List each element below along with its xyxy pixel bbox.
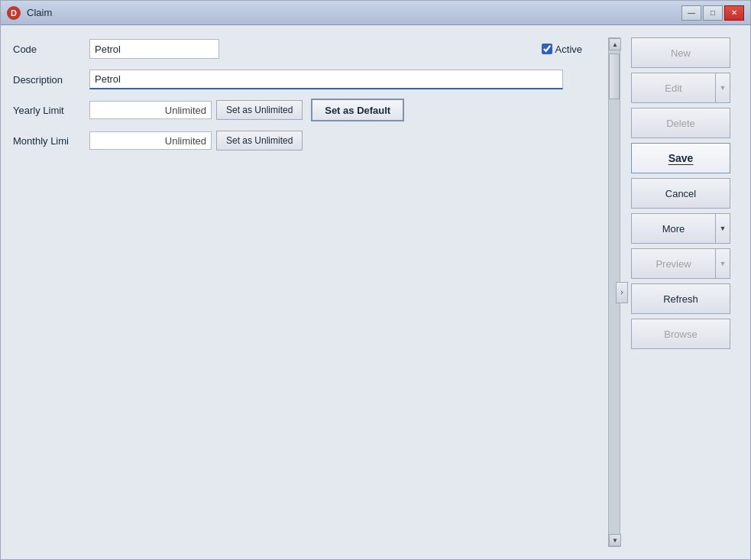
edit-split-button: Edit ▼ — [631, 73, 730, 103]
active-section: Active — [542, 44, 597, 55]
more-split-button: More ▼ — [631, 213, 730, 244]
set-unlimited-yearly-button[interactable]: Set as Unlimited — [216, 100, 303, 120]
new-button[interactable]: New — [631, 37, 730, 68]
main-window: D Claim — □ ✕ Code Active — [0, 0, 751, 560]
more-button[interactable]: More — [631, 213, 715, 244]
monthly-limit-value: Unlimited — [89, 131, 212, 150]
code-input[interactable] — [89, 39, 219, 59]
close-button[interactable]: ✕ — [724, 5, 744, 21]
set-unlimited-monthly-button[interactable]: Set as Unlimited — [216, 131, 303, 151]
form-area: Code Active Description Y — [13, 37, 604, 547]
delete-button[interactable]: Delete — [631, 108, 730, 138]
code-row: Code Active — [13, 37, 597, 60]
code-label: Code — [13, 44, 89, 55]
window-controls: — □ ✕ — [681, 5, 744, 21]
sidebar: New Edit ▼ Delete Save Cancel — [631, 37, 738, 547]
monthly-limit-label: Monthly Limi — [13, 135, 89, 147]
monthly-limit-row: Monthly Limi Unlimited Set as Unlimited — [13, 129, 597, 152]
cancel-button[interactable]: Cancel — [631, 178, 730, 209]
maximize-button[interactable]: □ — [703, 5, 723, 21]
browse-button[interactable]: Browse — [631, 319, 730, 349]
refresh-button[interactable]: Refresh — [631, 283, 730, 314]
window-title: Claim — [27, 7, 681, 18]
description-row: Description — [13, 68, 597, 91]
scroll-up-arrow[interactable]: ▲ — [609, 38, 621, 50]
save-button[interactable]: Save — [631, 143, 730, 173]
edit-button[interactable]: Edit — [631, 73, 715, 103]
collapse-arrow-button[interactable]: › — [616, 282, 628, 303]
set-as-default-button[interactable]: Set as Default — [311, 99, 404, 121]
more-dropdown-button[interactable]: ▼ — [715, 213, 730, 244]
preview-split-button: Preview ▼ — [631, 248, 730, 279]
minimize-button[interactable]: — — [681, 5, 701, 21]
main-content: Code Active Description Y — [13, 37, 622, 547]
window-body: Code Active Description Y — [1, 25, 750, 559]
yearly-limit-label: Yearly Limit — [13, 105, 89, 116]
description-input[interactable] — [89, 70, 563, 89]
title-bar: D Claim — □ ✕ — [1, 1, 750, 25]
preview-button[interactable]: Preview — [631, 248, 715, 279]
description-label: Description — [13, 74, 89, 86]
scroll-down-arrow[interactable]: ▼ — [609, 534, 621, 546]
yearly-limit-value: Unlimited — [89, 101, 212, 119]
preview-dropdown-button[interactable]: ▼ — [715, 248, 730, 279]
yearly-limit-row: Yearly Limit Unlimited Set as Unlimited … — [13, 99, 597, 121]
active-checkbox-label: Active — [542, 44, 582, 55]
edit-dropdown-button[interactable]: ▼ — [715, 73, 730, 103]
active-checkbox[interactable] — [542, 44, 552, 54]
app-icon: D — [7, 6, 21, 20]
scroll-thumb[interactable] — [609, 53, 620, 99]
